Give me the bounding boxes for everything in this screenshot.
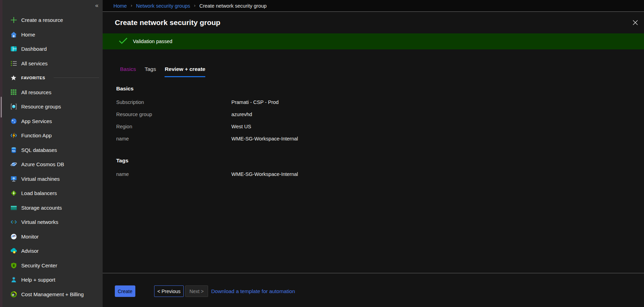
sidebar-item-label: Virtual networks	[21, 219, 58, 225]
sidebar-item-sql-databases[interactable]: SQL SQL databases	[2, 143, 103, 157]
sidebar-item-create-a-resource[interactable]: Create a resource	[2, 13, 103, 27]
security-center-icon	[10, 262, 17, 269]
chevron-right-icon: ›	[194, 3, 196, 8]
review-row-region: Region West US	[116, 120, 644, 132]
sidebar-item-azure-cosmos-db[interactable]: Azure Cosmos DB	[2, 157, 103, 172]
load-balancer-icon	[10, 190, 17, 197]
create-nsg-panel: Create network security group Validation…	[103, 11, 644, 307]
tab-review-create[interactable]: Review + create	[165, 66, 205, 77]
sidebar-item-label: App Services	[21, 118, 52, 124]
home-icon	[10, 31, 17, 38]
grid-icon	[10, 89, 17, 96]
tab-basics[interactable]: Basics	[120, 66, 136, 77]
sidebar-item-label: Cost Management + Billing	[21, 291, 84, 297]
row-value: azurevhd	[231, 112, 252, 117]
scroll-indicator[interactable]	[1, 97, 2, 118]
sidebar-item-help-support[interactable]: Help + support	[2, 273, 103, 287]
sidebar-item-cost-management-billing[interactable]: $ Cost Management + Billing	[2, 287, 103, 302]
cost-management-icon: $	[10, 291, 17, 298]
next-button[interactable]: Next >	[185, 285, 208, 297]
section-heading-tags: Tags	[116, 157, 644, 164]
chevron-right-icon: ›	[131, 3, 132, 8]
breadcrumb-nsg-link[interactable]: Network security groups	[136, 3, 190, 9]
sidebar-item-label: All resources	[21, 89, 51, 95]
app-services-icon	[10, 118, 17, 124]
row-label: Subscription	[116, 99, 231, 105]
sidebar-item-all-resources[interactable]: All resources	[2, 85, 103, 100]
section-heading-basics: Basics	[116, 86, 644, 92]
row-value: Pramati - CSP - Prod	[231, 99, 279, 105]
svg-text:SQL: SQL	[12, 150, 16, 152]
resource-group-icon	[10, 103, 17, 110]
previous-button[interactable]: < Previous	[154, 285, 184, 297]
sidebar-item-security-center[interactable]: Security Center	[2, 258, 103, 273]
virtual-machine-icon	[10, 175, 17, 182]
sidebar-item-label: Help + support	[21, 277, 55, 283]
tab-tags[interactable]: Tags	[145, 66, 156, 77]
favorites-label: FAVORITES	[21, 76, 45, 80]
tab-bar: Basics Tags Review + create	[120, 66, 644, 77]
svg-text:$: $	[12, 293, 14, 296]
sidebar-item-resource-groups[interactable]: Resource groups	[2, 99, 103, 114]
sidebar-item-monitor[interactable]: Monitor	[2, 229, 103, 244]
sidebar-item-load-balancers[interactable]: Load balancers	[2, 186, 103, 201]
sidebar-item-label: Advisor	[21, 248, 39, 254]
row-label: Resource group	[116, 112, 231, 117]
virtual-network-icon	[10, 219, 17, 226]
sidebar-item-label: Dashboard	[21, 46, 47, 52]
sidebar: « Create a resource Home Dashboard All s…	[2, 0, 103, 307]
sidebar-item-label: Azure Cosmos DB	[21, 161, 64, 167]
dashboard-icon	[10, 46, 17, 52]
sidebar-item-label: All services	[21, 60, 48, 66]
plus-icon	[10, 17, 17, 24]
sidebar-item-label: Resource groups	[21, 104, 61, 110]
download-template-link[interactable]: Download a template for automation	[211, 288, 295, 294]
sql-database-icon: SQL	[10, 146, 17, 153]
breadcrumb-home-link[interactable]: Home	[113, 3, 127, 9]
sidebar-item-label: Function App	[21, 132, 52, 138]
footer-bar: Create < Previous Next > Download a temp…	[103, 273, 644, 307]
sidebar-item-label: Storage accounts	[21, 205, 62, 211]
tags-rows: name WME-SG-Workspace-Internal	[116, 168, 644, 180]
sidebar-item-advisor[interactable]: Advisor	[2, 244, 103, 258]
sidebar-item-storage-accounts[interactable]: Storage accounts	[2, 201, 103, 215]
page-title: Create network security group	[115, 18, 220, 27]
collapse-sidebar-icon[interactable]: «	[95, 2, 98, 8]
monitor-icon	[10, 233, 17, 240]
row-label: name	[116, 171, 231, 177]
validation-message: Validation passed	[133, 39, 172, 44]
sidebar-item-dashboard[interactable]: Dashboard	[2, 42, 103, 56]
row-label: name	[116, 136, 231, 142]
row-value: West US	[231, 124, 251, 129]
review-content: Basics Tags Review + create Basics Subsc…	[103, 66, 644, 180]
panel-title-bar: Create network security group	[103, 12, 644, 33]
close-icon[interactable]	[630, 17, 641, 28]
star-icon	[10, 74, 17, 81]
sidebar-item-label: Virtual machines	[21, 176, 60, 182]
list-icon	[10, 60, 17, 67]
row-value: WME-SG-Workspace-Internal	[231, 171, 298, 177]
storage-account-icon	[10, 204, 17, 211]
sidebar-item-label: Create a resource	[21, 17, 63, 23]
function-app-icon	[10, 132, 17, 139]
sidebar-item-label: Load balancers	[21, 190, 57, 196]
sidebar-item-home[interactable]: Home	[2, 27, 103, 42]
validation-banner: Validation passed	[103, 33, 644, 49]
favorites-divider	[54, 78, 99, 78]
cosmos-db-icon	[10, 161, 17, 168]
help-support-icon	[10, 276, 17, 283]
sidebar-item-function-app[interactable]: Function App	[2, 128, 103, 143]
sidebar-section-favorites: FAVORITES	[2, 71, 103, 85]
breadcrumb-current: Create network security group	[199, 3, 267, 9]
create-button[interactable]: Create	[115, 285, 135, 297]
main-area: Home › Network security groups › Create …	[103, 0, 644, 307]
sidebar-item-virtual-networks[interactable]: Virtual networks	[2, 215, 103, 229]
sidebar-item-virtual-machines[interactable]: Virtual machines	[2, 172, 103, 186]
sidebar-item-label: Home	[21, 32, 35, 38]
sidebar-item-label: Security Center	[21, 262, 57, 268]
sidebar-item-app-services[interactable]: App Services	[2, 114, 103, 129]
window-edge-strip	[0, 0, 2, 307]
sidebar-item-all-services[interactable]: All services	[2, 56, 103, 71]
sidebar-nav: Create a resource Home Dashboard All ser…	[2, 13, 103, 301]
sidebar-item-label: SQL databases	[21, 147, 57, 153]
